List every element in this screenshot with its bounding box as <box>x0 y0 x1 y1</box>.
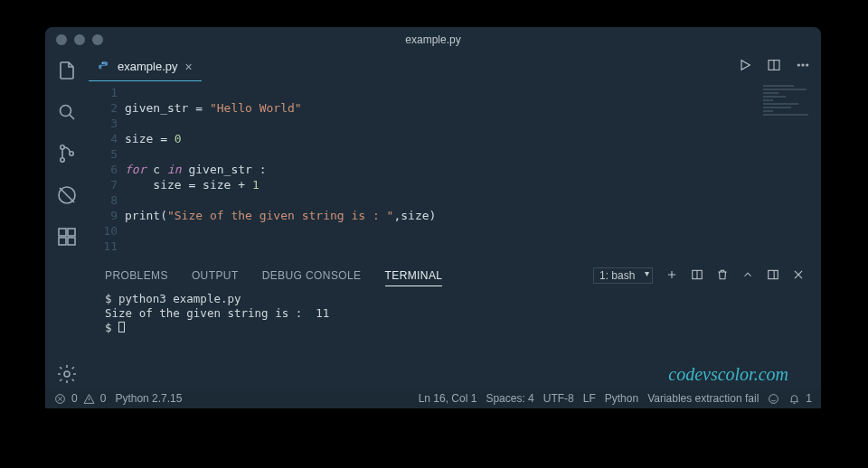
watermark: codevscolor.com <box>668 364 788 385</box>
status-extension-msg[interactable]: Variables extraction fail <box>647 392 759 405</box>
svg-point-14 <box>807 64 808 66</box>
svg-point-3 <box>70 152 73 155</box>
tab-filename: example.py <box>118 60 177 73</box>
titlebar: example.py <box>45 27 821 52</box>
svg-rect-7 <box>59 238 66 245</box>
editor-window: example.py example.py × <box>45 27 821 408</box>
explorer-icon[interactable] <box>56 60 78 85</box>
terminal-line: $ python3 example.py <box>105 292 241 305</box>
toggle-panel-icon[interactable] <box>767 268 779 284</box>
window-title: example.py <box>45 33 821 46</box>
svg-rect-6 <box>68 229 75 236</box>
run-icon[interactable] <box>738 58 752 76</box>
extensions-icon[interactable] <box>56 226 78 251</box>
settings-gear-icon[interactable] <box>56 363 78 388</box>
status-eol[interactable]: LF <box>583 392 596 405</box>
tab-bar: example.py × <box>89 52 821 81</box>
svg-point-0 <box>61 106 71 117</box>
status-language[interactable]: Python <box>605 392 638 405</box>
terminal-line: Size of the given string is : 11 <box>105 306 329 320</box>
panel-tab-terminal[interactable]: TERMINAL <box>385 269 443 286</box>
more-actions-icon[interactable] <box>796 58 810 76</box>
python-file-icon <box>98 61 110 73</box>
split-terminal-icon[interactable] <box>691 268 703 284</box>
svg-rect-8 <box>68 238 75 245</box>
svg-point-9 <box>64 371 70 377</box>
svg-point-1 <box>61 145 64 149</box>
svg-rect-5 <box>59 229 66 236</box>
kill-terminal-icon[interactable] <box>716 268 729 284</box>
maximize-panel-icon[interactable] <box>741 268 754 284</box>
status-feedback-icon[interactable] <box>768 393 779 405</box>
editor[interactable]: 1234567891011 given_str = "Hello World" … <box>89 81 821 261</box>
tab-close-icon[interactable]: × <box>184 60 192 74</box>
svg-point-2 <box>61 158 64 162</box>
debug-icon[interactable] <box>56 184 78 210</box>
svg-point-18 <box>769 394 778 403</box>
status-indentation[interactable]: Spaces: 4 <box>486 392 533 405</box>
split-editor-icon[interactable] <box>767 58 781 76</box>
code-area[interactable]: given_str = "Hello World" size = 0 for c… <box>125 85 436 254</box>
status-python-version[interactable]: Python 2.7.15 <box>115 392 182 405</box>
tab-example-py[interactable]: example.py × <box>89 52 202 81</box>
line-gutter: 1234567891011 <box>89 85 125 254</box>
close-panel-icon[interactable] <box>792 268 805 284</box>
panel-tab-output[interactable]: OUTPUT <box>192 269 239 282</box>
activity-bar <box>45 52 89 388</box>
search-icon[interactable] <box>56 101 78 126</box>
status-encoding[interactable]: UTF-8 <box>543 392 574 405</box>
status-bar: 0 0 Python 2.7.15 Ln 16, Col 1 Spaces: 4… <box>45 388 821 408</box>
svg-point-10 <box>102 62 103 63</box>
panel-tab-debug[interactable]: DEBUG CONSOLE <box>262 269 362 282</box>
svg-rect-16 <box>769 270 778 278</box>
new-terminal-icon[interactable] <box>665 268 678 284</box>
svg-point-13 <box>802 64 804 66</box>
terminal-cursor <box>118 322 125 332</box>
terminal-prompt: $ <box>105 321 118 334</box>
status-cursor-position[interactable]: Ln 16, Col 1 <box>419 392 477 405</box>
terminal-selector[interactable]: 1: bash <box>593 267 653 284</box>
source-control-icon[interactable] <box>56 143 78 168</box>
status-notifications[interactable]: 1 <box>788 392 812 405</box>
panel-tab-problems[interactable]: PROBLEMS <box>105 269 168 282</box>
minimap[interactable] <box>763 85 814 148</box>
svg-point-12 <box>797 64 799 66</box>
status-problems[interactable]: 0 0 <box>54 392 106 405</box>
